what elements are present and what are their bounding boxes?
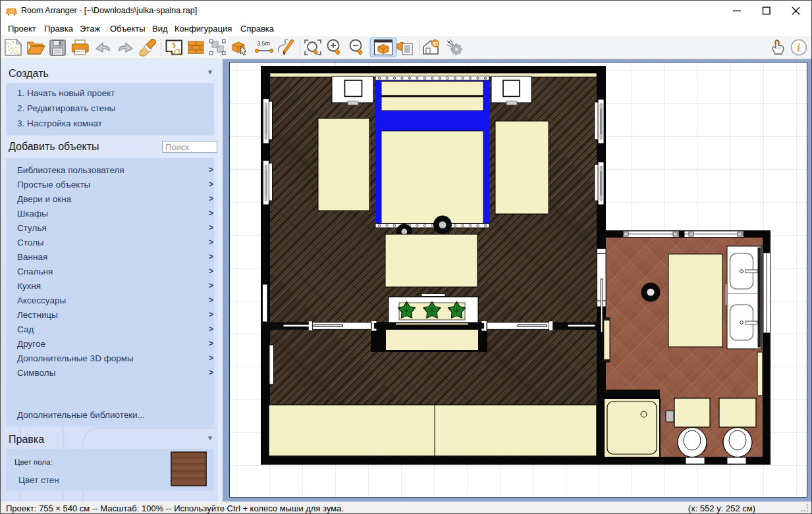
svg-text:3D: 3D: [433, 41, 439, 46]
svg-text:3,5m: 3,5m: [257, 40, 270, 47]
svg-text:i: i: [798, 42, 801, 53]
